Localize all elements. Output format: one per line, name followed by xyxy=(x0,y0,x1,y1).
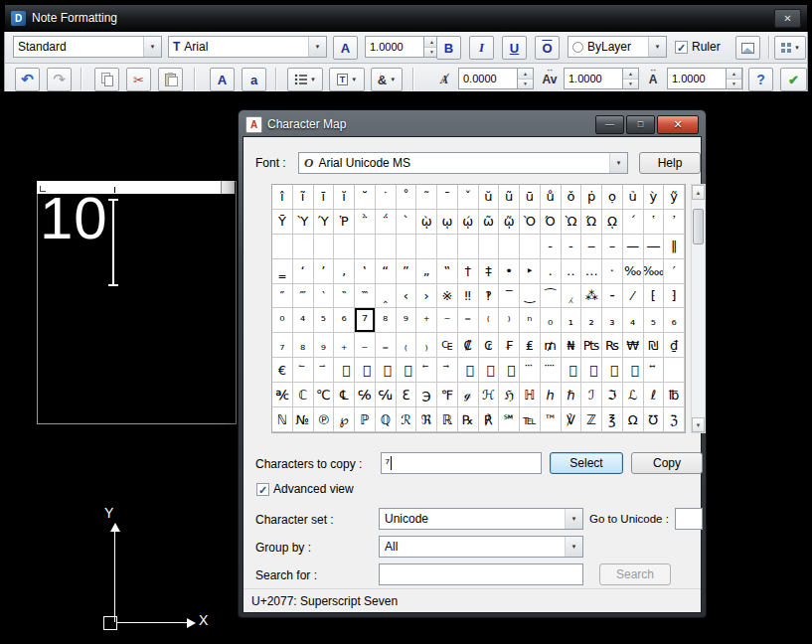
char-cell[interactable]: ℙ xyxy=(355,407,376,432)
char-cell[interactable]: … xyxy=(581,259,602,284)
note-formatting-titlebar[interactable]: D Note Formatting ✕ xyxy=(4,4,808,32)
char-cell[interactable]: ‐ xyxy=(541,235,562,259)
char-cell[interactable]: › xyxy=(416,284,437,309)
char-cell[interactable]: ⁾ xyxy=(499,308,520,333)
char-cell[interactable]: ⁅ xyxy=(644,284,665,309)
spin-down-icon[interactable]: ▼ xyxy=(518,79,533,89)
char-cell[interactable]: ℔ xyxy=(664,383,685,407)
characters-to-copy-input[interactable]: ⁷ xyxy=(381,452,542,474)
char-cell[interactable]: ℌ xyxy=(499,383,520,407)
minimize-button[interactable]: — xyxy=(595,115,624,134)
options-menu-button[interactable]: ▼ xyxy=(774,36,806,60)
char-cell[interactable]: ℎ xyxy=(541,383,562,407)
char-cell[interactable]: ℝ xyxy=(437,407,458,432)
char-cell[interactable] xyxy=(458,235,479,259)
char-cell[interactable]: ⃚ xyxy=(499,358,520,383)
chevron-down-icon[interactable]: ▼ xyxy=(648,37,666,57)
insert-symbol-button[interactable]: & ▼ xyxy=(371,68,403,91)
char-cell[interactable]: ⁼ xyxy=(458,308,479,333)
char-cell[interactable]: ⃒ xyxy=(334,358,355,383)
char-cell[interactable]: ‹ xyxy=(397,284,417,309)
char-cell[interactable]: ⁻ xyxy=(437,308,458,333)
ruler-checkbox-box[interactable]: ✓ xyxy=(675,41,688,54)
advanced-view-checkbox-box[interactable]: ✓ xyxy=(256,483,269,496)
close-button[interactable]: ✕ xyxy=(657,115,699,134)
spin-down-icon[interactable]: ▼ xyxy=(727,79,741,89)
char-cell[interactable]: ‗ xyxy=(272,259,293,284)
chevron-down-icon[interactable]: ▼ xyxy=(565,537,582,557)
char-cell[interactable]: ℕ xyxy=(272,407,293,432)
char-cell[interactable]: ‚ xyxy=(334,259,355,284)
char-cell[interactable]: ℈ xyxy=(416,383,437,407)
char-cell[interactable]: ※ xyxy=(437,284,458,309)
char-cell[interactable]: ℆ xyxy=(376,383,397,407)
font-combo[interactable]: T Arial ▼ xyxy=(168,36,327,58)
spin-up-icon[interactable]: ▲ xyxy=(727,69,741,79)
char-cell[interactable]: ℘ xyxy=(334,407,355,432)
char-cell[interactable]: ´ xyxy=(623,210,644,235)
char-cell[interactable]: ⁷ xyxy=(355,308,376,333)
char-cell[interactable]: ‽ xyxy=(479,284,500,309)
advanced-view-checkbox[interactable]: ✓ Advanced view xyxy=(256,482,354,496)
char-cell[interactable]: ₀ xyxy=(541,308,562,333)
char-cell[interactable]: ọ xyxy=(602,185,623,210)
char-cell[interactable]: ⃖ xyxy=(416,358,437,383)
char-cell[interactable]: ₢ xyxy=(479,333,500,358)
char-cell[interactable]: ― xyxy=(644,235,665,259)
char-cell[interactable]: ⁁ xyxy=(562,284,582,309)
char-cell[interactable]: ℏ xyxy=(562,383,582,407)
lowercase-button[interactable]: a xyxy=(242,68,266,91)
char-cell[interactable]: ⃙ xyxy=(479,358,500,383)
char-cell[interactable]: ῼ xyxy=(602,210,623,235)
background-mask-button[interactable] xyxy=(735,36,760,60)
copy-button[interactable]: Copy xyxy=(631,452,703,474)
char-cell[interactable]: Ό xyxy=(541,210,562,235)
char-cell[interactable]: ‶ xyxy=(334,284,355,309)
char-cell[interactable]: ℞ xyxy=(458,407,479,432)
grid-scrollbar[interactable]: ▲ ▼ xyxy=(691,184,706,433)
char-cell[interactable]: Ὼ xyxy=(562,210,582,235)
char-cell[interactable] xyxy=(397,235,417,259)
char-cell[interactable]: ⃞ xyxy=(581,358,602,383)
char-cell[interactable]: ˇ xyxy=(458,185,479,210)
help-button[interactable]: Help xyxy=(639,152,701,174)
char-cell[interactable]: ‣ xyxy=(520,259,541,284)
char-cell[interactable] xyxy=(499,235,520,259)
char-cell[interactable]: ₌ xyxy=(376,333,397,358)
char-cell[interactable]: ⃗ xyxy=(437,358,458,383)
spin-down-icon[interactable]: ▼ xyxy=(623,79,638,89)
maximize-button[interactable]: □ xyxy=(626,115,655,134)
char-cell[interactable]: ₎ xyxy=(416,333,437,358)
help-button[interactable]: ? xyxy=(748,68,773,91)
char-cell[interactable]: ” xyxy=(397,259,417,284)
oblique-angle-spinner[interactable]: 0.0000 ▲▼ xyxy=(458,68,534,89)
char-cell[interactable]: ῳ xyxy=(437,210,458,235)
character-map-titlebar[interactable]: A Character Map — □ ✕ xyxy=(242,113,703,135)
italic-button[interactable]: I xyxy=(469,36,494,60)
char-cell[interactable]: ℥ xyxy=(602,407,623,432)
mtext-content[interactable]: 10 xyxy=(40,189,108,248)
underline-button[interactable]: U xyxy=(502,36,527,60)
char-cell[interactable]: ℨ xyxy=(664,407,685,432)
scroll-down-icon[interactable]: ▼ xyxy=(692,417,705,432)
char-cell[interactable]: ū xyxy=(520,185,541,210)
char-cell[interactable]: ủ xyxy=(623,185,644,210)
char-cell[interactable]: ₧ xyxy=(581,333,602,358)
char-cell[interactable]: ‥ xyxy=(562,259,582,284)
char-cell[interactable]: ₡ xyxy=(458,333,479,358)
copy-button[interactable] xyxy=(94,68,119,91)
char-cell[interactable]: ⁴ xyxy=(293,308,314,333)
char-cell[interactable] xyxy=(314,235,335,259)
cut-button[interactable]: ✂ xyxy=(126,68,151,91)
char-cell[interactable]: Ὺ xyxy=(293,210,314,235)
char-cell[interactable]: ℡ xyxy=(520,407,541,432)
char-cell[interactable]: ῲ xyxy=(416,210,437,235)
character-set-select[interactable]: Unicode ▼ xyxy=(379,508,583,530)
char-cell[interactable]: ǒ xyxy=(562,185,582,210)
char-cell[interactable]: ⁸ xyxy=(376,308,397,333)
char-cell[interactable]: Ω xyxy=(623,407,644,432)
scroll-up-icon[interactable]: ▲ xyxy=(692,185,705,200)
char-cell[interactable]: ₍ xyxy=(397,333,417,358)
char-cell[interactable] xyxy=(664,358,685,383)
style-combo[interactable]: Standard ▼ xyxy=(13,36,162,58)
